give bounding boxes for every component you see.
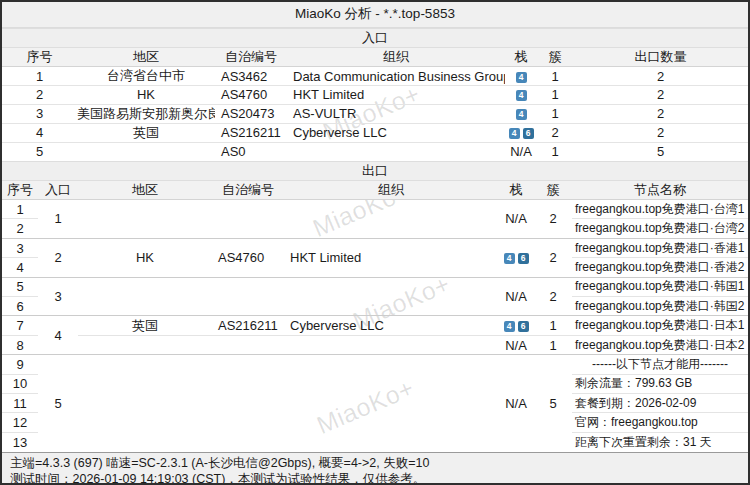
- cluster-cell: 1: [537, 67, 573, 86]
- ipv6-badge: 6: [518, 321, 529, 332]
- cluster-cell: 2: [534, 238, 572, 277]
- cluster-cell: 1: [537, 86, 573, 105]
- remaining-traffic-cell: 剩余流量：799.63 GB: [572, 374, 748, 393]
- stack-cell: N/A: [505, 142, 537, 161]
- asn-cell: AS4760: [215, 86, 287, 105]
- col-header-entry: 入口: [38, 181, 78, 200]
- exit-count-cell: 2: [573, 86, 748, 105]
- org-cell: AS-VULTR: [287, 104, 505, 123]
- ipv6-badge: 6: [523, 128, 534, 139]
- serial-cell: 8: [2, 335, 38, 354]
- asn-cell: [212, 277, 284, 316]
- table-row: 5 3 N/A 2 freegangkou.top免费港口·韩国1: [2, 277, 748, 296]
- asn-cell: AS216211: [215, 123, 287, 142]
- col-header-org: 组织: [287, 48, 505, 67]
- region-cell: 美国路易斯安那新奥尔良: [77, 104, 215, 123]
- region-cell: [78, 335, 212, 354]
- serial-cell: 2: [2, 219, 38, 238]
- serial-cell: 11: [2, 394, 38, 413]
- stack-cell: 4: [505, 104, 537, 123]
- entry-ref-cell: 3: [38, 277, 78, 316]
- col-header-asn: 自治编号: [215, 48, 287, 67]
- org-cell: [287, 142, 505, 161]
- asn-cell: AS3462: [215, 67, 287, 86]
- region-cell: [78, 200, 212, 239]
- col-header-node-name: 节点名称: [572, 181, 748, 200]
- serial-cell: 10: [2, 374, 38, 393]
- stack-cell: 46: [505, 123, 537, 142]
- table-row: 1 1 N/A 2 freegangkou.top免费港口·台湾1: [2, 200, 748, 219]
- col-header-stack: 栈: [505, 48, 537, 67]
- node-name-cell: freegangkou.top免费港口·台湾2: [572, 219, 748, 238]
- cluster-cell: 5: [534, 355, 572, 452]
- asn-cell: AS20473: [215, 104, 287, 123]
- region-cell: [78, 355, 212, 452]
- node-name-cell: freegangkou.top免费港口·日本1: [572, 316, 748, 335]
- ipv4-badge: 4: [516, 72, 527, 83]
- org-cell: Cyberverse LLC: [287, 123, 505, 142]
- title-bar: MiaoKo 分析 - *.*.top-5853: [2, 2, 748, 28]
- table-row: 4 英国 AS216211 Cyberverse LLC 46 2 2: [2, 123, 748, 142]
- table-row: 5 AS0 N/A 1 5: [2, 142, 748, 161]
- cluster-cell: 2: [534, 277, 572, 316]
- org-cell: Cyberverse LLC: [284, 316, 498, 335]
- stack-cell: 4: [505, 86, 537, 105]
- exit-table: 出口 序号 入口 地区 自治编号 组织 栈 簇 节点名称 1 1 N/A 2 f…: [2, 161, 748, 452]
- serial-cell: 9: [2, 355, 38, 374]
- col-header-asn: 自治编号: [212, 181, 284, 200]
- col-header-stack: 栈: [498, 181, 534, 200]
- stack-cell: N/A: [498, 335, 534, 354]
- org-cell: HKT Limited: [287, 86, 505, 105]
- reset-countdown-cell: 距离下次重置剩余：31 天: [572, 432, 748, 451]
- table-row: 8 N/A 1 freegangkou.top免费港口·日本2: [2, 335, 748, 354]
- serial-cell: 5: [2, 277, 38, 296]
- stack-cell: N/A: [498, 200, 534, 239]
- stack-cell: N/A: [498, 355, 534, 452]
- entry-table: 入口 序号 地区 自治编号 组织 栈 簇 出口数量 1 台湾省台中市 AS346…: [2, 28, 748, 161]
- entry-ref-cell: 2: [38, 238, 78, 277]
- node-name-cell: freegangkou.top免费港口·香港2: [572, 258, 748, 277]
- table-row: 2 HK AS4760 HKT Limited 4 1 2: [2, 86, 748, 105]
- asn-cell: AS216211: [212, 316, 284, 335]
- stack-cell: N/A: [498, 277, 534, 316]
- entry-section-title: 入口: [2, 29, 748, 48]
- ipv4-badge: 4: [504, 321, 515, 332]
- node-name-cell: freegangkou.top免费港口·台湾1: [572, 200, 748, 219]
- serial-cell: 3: [2, 104, 77, 123]
- node-name-cell: freegangkou.top免费港口·香港1: [572, 238, 748, 257]
- table-row: 3 美国路易斯安那新奥尔良 AS20473 AS-VULTR 4 1 2: [2, 104, 748, 123]
- region-cell: HK: [77, 86, 215, 105]
- cluster-cell: 1: [537, 142, 573, 161]
- asn-cell: [212, 355, 284, 452]
- serial-cell: 1: [2, 200, 38, 219]
- footer-line-2: 测试时间：2026-01-09 14:19:03 (CST)，本测试为试验性结果…: [10, 471, 740, 485]
- node-name-cell: freegangkou.top免费港口·韩国1: [572, 277, 748, 296]
- region-cell: 台湾省台中市: [77, 67, 215, 86]
- serial-cell: 12: [2, 413, 38, 432]
- table-row: 3 2 HK AS4760 HKT Limited 46 2 freegangk…: [2, 238, 748, 257]
- entry-ref-cell: 5: [38, 355, 78, 452]
- stack-cell: 4: [505, 67, 537, 86]
- serial-cell: 6: [2, 297, 38, 316]
- entry-ref-cell: 1: [38, 200, 78, 239]
- serial-cell: 4: [2, 123, 77, 142]
- table-row: 7 4 英国 AS216211 Cyberverse LLC 46 1 free…: [2, 316, 748, 335]
- node-name-cell: freegangkou.top免费港口·日本2: [572, 335, 748, 354]
- cluster-cell: 1: [534, 335, 572, 354]
- exit-section-title: 出口: [2, 162, 748, 181]
- col-header-exit-count: 出口数量: [573, 48, 748, 67]
- exit-count-cell: 2: [573, 104, 748, 123]
- col-header-org: 组织: [284, 181, 498, 200]
- asn-cell: [212, 200, 284, 239]
- col-header-cluster: 簇: [534, 181, 572, 200]
- org-cell: HKT Limited: [284, 238, 498, 277]
- ipv4-badge: 4: [516, 109, 527, 120]
- exit-count-cell: 5: [573, 142, 748, 161]
- org-cell: [284, 200, 498, 239]
- entry-section-bar: 入口: [2, 29, 748, 48]
- serial-cell: 4: [2, 258, 38, 277]
- region-cell: HK: [78, 238, 212, 277]
- exit-header-row: 序号 入口 地区 自治编号 组织 栈 簇 节点名称: [2, 181, 748, 200]
- plan-expiry-cell: 套餐到期：2026-02-09: [572, 394, 748, 413]
- stack-cell: 46: [498, 238, 534, 277]
